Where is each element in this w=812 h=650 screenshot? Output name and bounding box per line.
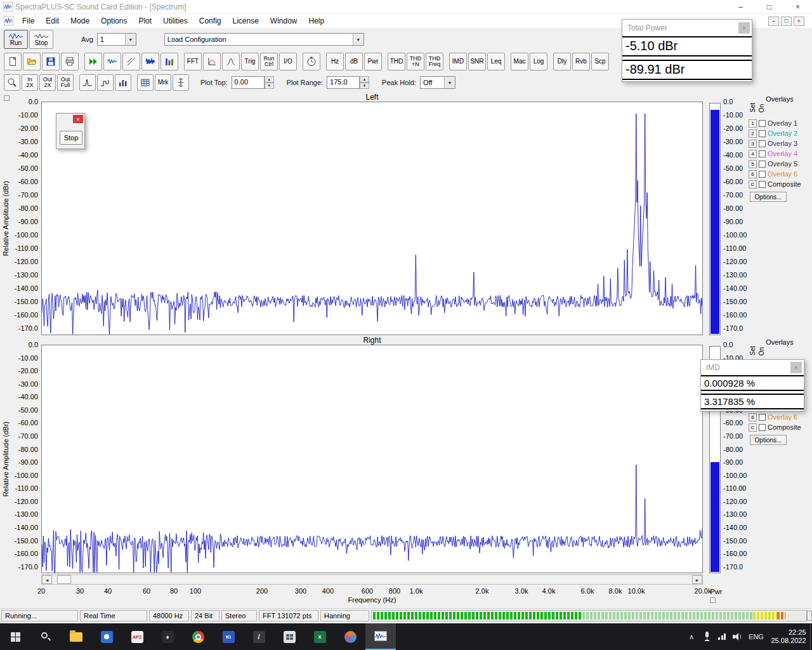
overlay-on-checkbox-6[interactable] [759,414,766,421]
waveform-zoom-icon[interactable] [103,53,121,70]
macro-button[interactable]: Mac [511,53,528,70]
taskbar-app-color-app[interactable] [335,623,365,650]
grid-view-icon[interactable] [137,74,154,91]
configuration-select[interactable]: Load Configuration ▼ [164,33,364,46]
horizontal-scrollbar[interactable]: ◀ ▶ [41,574,703,585]
scroll-right-icon[interactable]: ▶ [692,575,702,584]
step-plot-icon[interactable] [97,74,114,91]
left-spectrum-plot[interactable] [41,102,703,335]
menu-help[interactable]: Help [303,14,331,28]
open-file-icon[interactable] [23,53,41,70]
menu-edit[interactable]: Edit [40,14,65,28]
close-icon[interactable]: × [73,115,83,123]
spinner-arrows[interactable]: ▲▼ [360,76,369,89]
thd-button[interactable]: THD [388,53,405,70]
spectrogram-icon[interactable] [160,53,178,70]
power-units-button[interactable]: Pwr [364,53,382,70]
taskbar-app-file-explorer[interactable] [61,623,91,650]
right-spectrum-plot[interactable] [41,345,703,573]
spin-down-icon[interactable]: ▼ [360,83,369,89]
overlay-set-button-6[interactable]: 6 [749,413,757,421]
zoom-out-full-button[interactable]: Out Full [57,74,74,91]
plot-top-value[interactable]: 0.00 [232,76,265,89]
total-power-window[interactable]: Total Power × -5.10 dBr -89.91 dBr [622,19,752,82]
thd-n-button[interactable]: THD +N [407,53,424,70]
axis-scaling-icon[interactable] [203,53,221,70]
overlay-options-button[interactable]: Options... [750,192,787,202]
delay-button[interactable]: Dly [553,53,571,70]
chevron-down-icon[interactable]: ▼ [353,34,363,45]
timer-icon[interactable] [303,53,320,70]
zoom-in-2x-button[interactable]: In 2X [22,74,38,91]
menu-mode[interactable]: Mode [65,14,95,28]
spin-up-icon[interactable]: ▲ [360,76,369,83]
stop-button[interactable]: Stop [29,30,53,49]
overlay-options-button[interactable]: Options... [750,435,787,445]
overlay-set-button-6[interactable]: 6 [749,170,757,178]
run-sequence-icon[interactable] [84,53,102,70]
stop-window[interactable]: × Stop [56,113,85,149]
taskbar-app-dark-tool[interactable]: / [244,623,274,650]
thd-freq-button[interactable]: THD Freq [426,53,443,70]
overlay-set-button-4[interactable]: 4 [749,150,757,158]
plot-range-spinner[interactable]: 175.0 ▲▼ [327,76,369,89]
leq-button[interactable]: Leq [487,53,505,70]
overlay-on-checkbox-3[interactable] [759,140,766,147]
spin-down-icon[interactable]: ▼ [265,83,274,89]
menu-file[interactable]: File [16,14,40,28]
marker-button[interactable]: Mrk [155,74,171,91]
total-power-titlebar[interactable]: Total Power × [622,20,752,36]
print-icon[interactable] [61,53,79,70]
mdi-close-icon[interactable]: × [794,17,804,26]
reverb-button[interactable]: Rvb [572,53,590,70]
hz-units-button[interactable]: Hz [326,53,344,70]
save-file-icon[interactable] [42,53,60,70]
taskbar-app-ap2-app[interactable]: AP2 [122,623,152,650]
overlay-on-checkbox-4[interactable] [759,150,766,157]
imd-window[interactable]: IMD × 0.000928 % 3.317835 % [700,359,804,411]
smoothing-window-icon[interactable] [222,53,240,70]
network-icon[interactable] [714,623,730,650]
zoom-icon[interactable] [4,74,20,91]
minimize-icon[interactable]: – [726,0,755,14]
close-icon[interactable]: × [790,362,802,373]
mdi-restore-icon[interactable]: □ [781,17,792,26]
new-file-icon[interactable] [4,53,22,70]
overlay-on-checkbox-C[interactable] [759,424,766,431]
dense-waveform-icon[interactable] [141,53,159,70]
menu-plot[interactable]: Plot [133,14,157,28]
taskbar-search-button[interactable] [30,623,61,650]
plot-top-spinner[interactable]: 0.00 ▲▼ [232,76,274,89]
chevron-down-icon[interactable]: ▼ [125,34,136,45]
tray-chevron-icon[interactable]: ∧ [684,623,699,650]
taskbar-app-kicad[interactable]: Ki [213,623,244,650]
start-button[interactable] [0,623,30,650]
spinner-arrows[interactable]: ▲▼ [265,76,274,89]
log-button[interactable]: Log [530,53,547,70]
overlay-on-checkbox-6[interactable] [759,171,766,178]
overlay-set-button-3[interactable]: 3 [749,140,757,148]
mdi-minimize-icon[interactable]: – [768,17,779,26]
slope-lines-icon[interactable] [122,53,140,70]
run-button[interactable]: Run [4,30,28,49]
scrollbar-thumb[interactable] [57,575,71,584]
amplitude-ruler-icon[interactable] [173,74,189,91]
fft-settings-button[interactable]: FFT [184,53,202,70]
close-icon[interactable]: × [783,0,812,14]
plot-range-value[interactable]: 175.0 [327,76,360,89]
menu-options[interactable]: Options [95,14,133,28]
microphone-icon[interactable] [699,623,714,650]
bar-plot-icon[interactable] [115,74,131,91]
taskbar-app-chrome[interactable] [183,623,213,650]
overlay-on-checkbox-2[interactable] [759,130,766,137]
taskbar-app-dark-app[interactable]: ♦ [152,623,183,650]
language-indicator[interactable]: ENG [745,623,768,650]
chevron-down-icon[interactable]: ▼ [444,77,455,88]
menu-config[interactable]: Config [193,14,227,28]
taskbar-app-spreadsheet[interactable]: X [304,623,335,650]
overlay-set-button-2[interactable]: 2 [749,129,757,138]
overlay-set-button-C[interactable]: C [749,180,757,189]
overlay-set-button-5[interactable]: 5 [749,160,757,168]
taskbar-app-blue-app[interactable] [91,623,122,650]
taskbar-app-calculator[interactable] [274,623,304,650]
